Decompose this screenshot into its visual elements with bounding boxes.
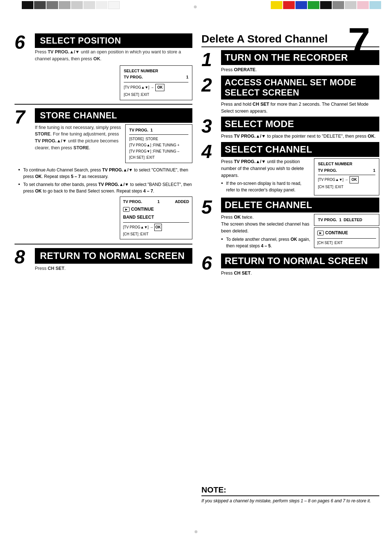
swatch [71, 1, 83, 9]
step-r5-content: Delete Channel Press OK twice. The scree… [221, 198, 379, 251]
delete-channel-text2: The screen shows the selected channel ha… [221, 221, 311, 235]
return-normal-header: Return To Normal Screen [35, 248, 192, 264]
info-nav-hint2: [CH SET] :EXIT [124, 92, 188, 98]
store-channel-title: Store Channel [40, 110, 187, 121]
swatch-lightgray [345, 1, 356, 9]
step-8-text: Press CH SET. [35, 265, 192, 272]
swatch [96, 1, 107, 9]
select-mode-title: Select Mode [225, 118, 376, 130]
step-6-text: Press TV PROG.▲/▼ until an open position… [35, 49, 192, 62]
select-position-title: Select Position [40, 36, 187, 46]
swatch-red [283, 1, 295, 9]
select-channel-title: Select Channel [225, 144, 376, 155]
step-r2-content: Access Channel Set Mode Select Screen Pr… [221, 76, 379, 115]
swatch [46, 1, 58, 9]
step-r2-access: 2 Access Channel Set Mode Select Screen … [201, 76, 379, 115]
info-label2: TV PROG. [124, 74, 143, 81]
delete-header: Delete A Stored Channel [201, 33, 379, 47]
step-r4-number: 4 [201, 142, 220, 161]
swatch-green [308, 1, 319, 9]
select-position-info-box: SELECT NUMBER TV PROG. 1 [TV PROG▲▼] → O… [120, 65, 192, 100]
swatch [83, 1, 95, 9]
swatch-lightblue [369, 1, 381, 9]
continue-screen-box: TV PROG. 1 ADDED ▶ CONTINUE BAND SELECT … [120, 197, 192, 239]
note-title: NOTE: [201, 485, 379, 496]
note-text: If you skipped a channel by mistake, per… [201, 498, 379, 504]
delete-channel-header: Delete Channel [221, 198, 379, 212]
left-column: 6 Select Position Press TV PROG.▲/▼ unti… [15, 33, 192, 276]
top-bar [0, 0, 392, 10]
select-channel-header: Select Channel [221, 142, 379, 157]
info-value2: 1 [186, 74, 188, 81]
select-channel-text: Press TV PROG.▲/▼ until the position num… [221, 158, 311, 179]
step-r5-number: 5 [201, 198, 220, 216]
note-section: NOTE: If you skipped a channel by mistak… [201, 485, 379, 504]
step-r6-return-normal: 6 Return To Normal Screen Press CH SET. [201, 254, 379, 277]
step-7-content: Store Channel If fine tuning is not nece… [35, 108, 192, 163]
tv-icon2: ▶ [317, 231, 324, 235]
step-r1-content: Turn On The Recorder Press OPERATE. [221, 50, 379, 73]
swatch [108, 1, 120, 9]
store-channel-screen-box: TV PROG. 1 [STORE] :STORE [TV PROG▲] :FI… [125, 124, 192, 163]
step-r5-delete-channel: 5 Delete Channel Press OK twice. The scr… [201, 198, 379, 251]
step-6-content: Select Position Press TV PROG.▲/▼ until … [35, 33, 192, 100]
select-channel-info-box: SELECT NUMBER TV PROG. 1 [TV PROG▲▼] → O… [314, 158, 379, 195]
delete-continue-box: ▶ CONTINUE [CH SET] :EXIT [314, 227, 379, 248]
step-r3-content: Select Mode Press TV PROG.▲/▼ to place t… [221, 117, 379, 140]
return-normal-title: Return To Normal Screen [40, 250, 187, 262]
color-swatches-right [271, 1, 381, 9]
delete-channel-screen-box: TV PROG. 1 DELETED [314, 214, 379, 226]
select-mode-header: Select Mode [221, 117, 379, 131]
step-7-bullets: To continue Auto Channel Search, press T… [18, 167, 192, 194]
turn-on-text: Press OPERATE. [221, 66, 379, 73]
turn-on-header: Turn On The Recorder [221, 50, 379, 65]
step-7-store-channel: 7 Store Channel If fine tuning is not ne… [15, 108, 192, 163]
select-channel-bullets: If the on-screen display is hard to read… [221, 180, 311, 193]
info-nav-hint1: [TV PROG▲▼] → OK [124, 84, 188, 91]
delete-channel-text1: Press OK twice. [221, 214, 311, 221]
step-r1-turn-on: 1 Turn On The Recorder Press OPERATE. [201, 50, 379, 73]
bullet-delete-another: To delete another channel, press OK agai… [221, 236, 311, 249]
step-r4-content: Select Channel Press TV PROG.▲/▼ until t… [221, 142, 379, 195]
top-center-dot [120, 2, 271, 8]
step-r1-number: 1 [201, 50, 220, 69]
bullet-display: If the on-screen display is hard to read… [221, 180, 311, 193]
delete-channel-bullets: To delete another channel, press OK agai… [221, 236, 311, 249]
right-column: Delete A Stored Channel 1 Turn On The Re… [201, 33, 379, 279]
swatch-black [320, 1, 332, 9]
bullet-continue: To continue Auto Channel Search, press T… [18, 167, 192, 180]
return-normal-r-title: Return To Normal Screen [225, 255, 376, 267]
tv-icon: ▶ [123, 207, 130, 212]
select-position-header: Select Position [35, 33, 192, 48]
return-normal-r-text: Press CH SET. [221, 270, 379, 277]
turn-on-title: Turn On The Recorder [225, 52, 376, 63]
return-normal-r-header: Return To Normal Screen [221, 254, 379, 268]
step-6-number: 6 [15, 33, 33, 52]
step-7-number: 7 [15, 108, 33, 126]
step-8-content: Return To Normal Screen Press CH SET. [35, 247, 192, 272]
swatch [22, 1, 33, 9]
step-8-return-normal: 8 Return To Normal Screen Press CH SET. [15, 247, 192, 272]
step-6-select-position: 6 Select Position Press TV PROG.▲/▼ unti… [15, 33, 192, 100]
info-label1: SELECT NUMBER [124, 68, 158, 74]
step-7-text: If fine tuning is not necessary, simply … [35, 124, 122, 151]
swatch-gray [332, 1, 344, 9]
step-r2-number: 2 [201, 76, 220, 94]
step-r6-content: Return To Normal Screen Press CH SET. [221, 254, 379, 277]
swatch-blue [295, 1, 307, 9]
swatch-pink [357, 1, 369, 9]
swatch [34, 1, 46, 9]
step-r4-select-channel: 4 Select Channel Press TV PROG.▲/▼ until… [201, 142, 379, 195]
access-text: Press and hold CH SET for more than 2 se… [221, 101, 379, 115]
delete-channel-title: Delete Channel [225, 199, 376, 211]
swatch-yellow [271, 1, 282, 9]
step-r6-number: 6 [201, 254, 220, 272]
store-channel-header: Store Channel [35, 108, 192, 123]
step-r3-number: 3 [201, 117, 220, 135]
select-mode-text: Press TV PROG.▲/▼ to place the pointer n… [221, 133, 379, 140]
step-8-number: 8 [15, 247, 33, 266]
access-header: Access Channel Set Mode Select Screen [221, 76, 379, 100]
step-r3-select-mode: 3 Select Mode Press TV PROG.▲/▼ to place… [201, 117, 379, 140]
access-title: Access Channel Set Mode Select Screen [225, 77, 376, 98]
bullet-band-select: To set channels for other bands, press T… [18, 181, 192, 194]
